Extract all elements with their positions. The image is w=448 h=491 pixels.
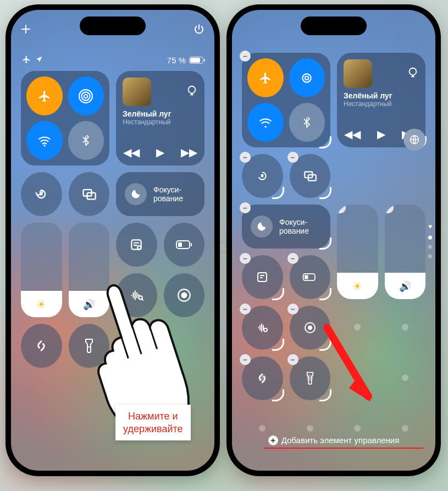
- svg-point-0: [84, 94, 88, 98]
- airplane-toggle[interactable]: [26, 76, 63, 115]
- focus-label-1: Фокуси-: [153, 185, 181, 194]
- media-module[interactable]: Зелёный луг Нестандартный ◀◀ ▶ ▶▶: [116, 71, 204, 165]
- plus-icon: +: [268, 435, 278, 445]
- resize-handle[interactable]: [319, 136, 331, 148]
- sound-recognition-button[interactable]: [116, 273, 157, 317]
- shazam-button[interactable]: [21, 324, 62, 368]
- svg-point-18: [305, 76, 309, 80]
- svg-point-15: [181, 293, 187, 299]
- airplane-status-icon: [22, 55, 31, 65]
- media-title: Зелёный луг: [344, 91, 419, 100]
- svg-point-1: [82, 92, 90, 100]
- focus-label-2: рование: [153, 194, 183, 203]
- remove-badge[interactable]: –: [240, 202, 251, 213]
- focus-module-edit[interactable]: – Фокуси-рование: [242, 205, 330, 249]
- focus-module[interactable]: Фокуси-рование: [116, 172, 204, 216]
- screen-record-button[interactable]: [164, 273, 205, 317]
- media-subtitle: Нестандартный: [344, 100, 419, 108]
- remove-badge[interactable]: –: [287, 152, 298, 163]
- status-bar: 75 %: [22, 55, 203, 65]
- volume-slider[interactable]: 🔊: [69, 223, 110, 317]
- svg-rect-12: [178, 242, 182, 247]
- bluetooth-toggle[interactable]: [68, 121, 104, 160]
- media-subtitle: Нестандартный: [123, 118, 198, 126]
- low-power-button[interactable]: [164, 223, 205, 267]
- flashlight-button[interactable]: [69, 324, 110, 368]
- remove-badge[interactable]: –: [240, 152, 251, 163]
- annotation-underline: [264, 448, 423, 449]
- volume-icon: 🔊: [83, 299, 95, 311]
- remove-badge[interactable]: –: [240, 51, 251, 62]
- svg-point-3: [43, 145, 45, 146]
- location-status-icon: [35, 56, 43, 65]
- airdrop-toggle[interactable]: [289, 58, 325, 97]
- dynamic-island: [301, 16, 367, 35]
- airplay-icon[interactable]: [186, 85, 198, 100]
- dynamic-island: [80, 16, 146, 35]
- add-control-label: Добавить элемент управления: [281, 435, 400, 445]
- forward-button[interactable]: ▶▶: [181, 146, 197, 159]
- rotation-lock-button[interactable]: [21, 172, 62, 216]
- resize-handle[interactable]: [272, 187, 284, 199]
- connectivity-module-edit[interactable]: –: [242, 53, 330, 147]
- wifi-toggle[interactable]: [26, 121, 63, 160]
- remove-badge[interactable]: –: [385, 205, 394, 213]
- svg-point-4: [189, 86, 196, 93]
- resize-handle[interactable]: [319, 238, 331, 250]
- rewind-button[interactable]: ◀◀: [123, 146, 140, 159]
- phone-frame-right: – Зелёный луг Нестандартный: [226, 4, 441, 476]
- battery-icon: [189, 57, 203, 64]
- svg-point-17: [88, 346, 90, 348]
- add-control-button[interactable]: +Добавить элемент управления: [232, 435, 435, 445]
- remove-badge[interactable]: –: [337, 205, 346, 213]
- airdrop-toggle[interactable]: [68, 76, 104, 115]
- empty-slot-grid: [242, 255, 425, 450]
- power-icon[interactable]: [193, 24, 204, 37]
- svg-point-20: [264, 125, 266, 127]
- album-art: [123, 78, 151, 106]
- favorite-page-icon: ♥: [428, 223, 432, 230]
- page-indicator[interactable]: ♥: [428, 223, 432, 258]
- rotation-lock-button[interactable]: –: [242, 154, 283, 198]
- battery-percent: 75 %: [167, 56, 186, 65]
- resize-handle[interactable]: [319, 187, 331, 199]
- brightness-icon: ☀: [37, 299, 46, 311]
- moon-icon: [125, 183, 147, 205]
- media-title: Зелёный луг: [123, 109, 198, 118]
- globe-button[interactable]: [403, 129, 425, 151]
- focus-label-1: Фокуси-: [279, 218, 307, 227]
- album-art: [344, 59, 372, 88]
- brightness-slider[interactable]: ☀: [21, 223, 62, 317]
- svg-rect-11: [191, 243, 192, 246]
- play-button[interactable]: ▶: [156, 146, 164, 159]
- svg-rect-23: [261, 174, 263, 177]
- moon-icon: [251, 216, 273, 238]
- screen-mirror-button[interactable]: –: [290, 154, 331, 198]
- airplay-icon[interactable]: [407, 67, 419, 81]
- airplane-toggle[interactable]: [247, 58, 284, 97]
- screen-mirror-button[interactable]: [69, 172, 110, 216]
- connectivity-module[interactable]: [21, 71, 109, 165]
- play-button[interactable]: ▶: [377, 128, 385, 141]
- focus-label-2: рование: [279, 227, 309, 235]
- press-hold-annotation: Нажмите и удерживайте: [115, 405, 191, 440]
- wifi-toggle[interactable]: [247, 103, 284, 142]
- rewind-button[interactable]: ◀◀: [344, 128, 361, 141]
- svg-point-21: [410, 68, 417, 75]
- add-control-icon[interactable]: [21, 24, 31, 37]
- svg-point-19: [303, 74, 311, 82]
- quick-note-button[interactable]: [116, 223, 157, 267]
